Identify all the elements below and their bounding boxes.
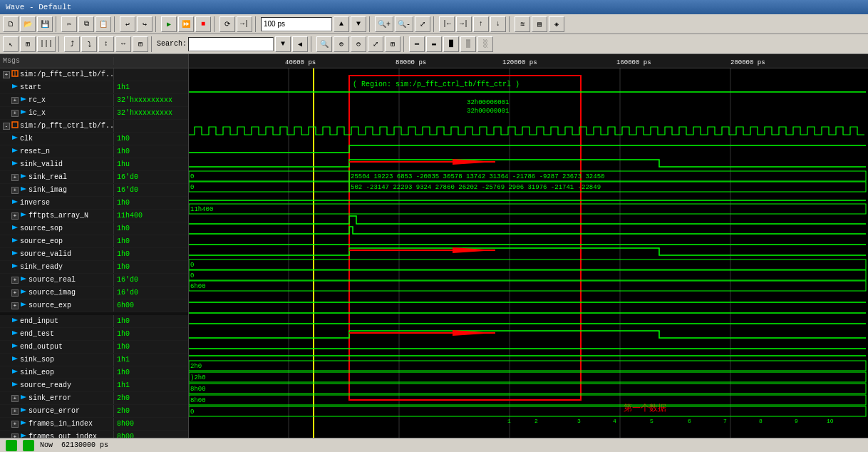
zoom-out-tb[interactable]: 🔍- (395, 16, 413, 32)
wave-btn3[interactable]: ◈ (549, 16, 564, 32)
signal-row[interactable]: source_valid1h0 (0, 248, 188, 261)
signal-row[interactable]: sink_eop1h0 (0, 366, 188, 379)
zoom-full[interactable]: ⊞ (385, 36, 401, 52)
search-prev[interactable]: ◀ (292, 36, 308, 52)
cut-button[interactable]: ✂ (61, 16, 77, 32)
wave-panel[interactable]: 40000 ps 80000 ps 120000 ps 160000 ps 20… (189, 54, 868, 438)
signal-row[interactable]: end_output1h0 (0, 341, 188, 354)
add-wave-btn1[interactable]: ⤴ (64, 36, 80, 52)
redo-button[interactable]: ↪ (137, 16, 153, 32)
expand-button[interactable]: + (11, 433, 19, 438)
signal-type-icon (11, 224, 19, 233)
wave-display3[interactable]: █ (443, 36, 459, 52)
time-input[interactable] (261, 17, 332, 31)
expand-button[interactable]: + (11, 174, 19, 181)
zoom-in3[interactable]: ⊕ (334, 36, 349, 52)
expand-button[interactable]: + (11, 408, 19, 415)
expand-button[interactable]: + (11, 277, 19, 284)
zoom-in-tb[interactable]: 🔍+ (375, 16, 393, 32)
cursor-button[interactable]: ↖ (3, 36, 19, 52)
svg-text:)2h0: )2h0 (190, 374, 206, 381)
expand-button[interactable]: - (3, 123, 10, 130)
signal-list[interactable]: +sim:/p_fft_ctrl_tb/f...start1h1+rc_x32'… (0, 68, 188, 438)
wave-btn1[interactable]: ≋ (515, 16, 530, 32)
zoom-region-button[interactable]: ⊞ (20, 36, 36, 52)
zoom-fit-tb[interactable]: ⤢ (415, 16, 430, 32)
signal-row[interactable]: +sim:/p_fft_ctrl_tb/f... (0, 68, 188, 81)
signal-row[interactable]: sink_ready1h0 (0, 261, 188, 274)
wave-btn2[interactable]: ▤ (532, 16, 547, 32)
signal-row[interactable]: source_ready1h1 (0, 379, 188, 392)
paste-button[interactable]: 📋 (95, 16, 111, 32)
search-label: Search: (157, 40, 187, 48)
expand-button[interactable]: + (11, 212, 19, 220)
signal-row[interactable]: inverse1h0 (0, 197, 188, 210)
search-input[interactable] (188, 37, 274, 51)
expand-button[interactable]: + (11, 97, 19, 104)
wave-display5[interactable]: ░ (477, 36, 493, 52)
expand-button[interactable]: + (11, 289, 19, 297)
expand-button[interactable]: + (11, 110, 19, 117)
step-button[interactable]: →| (237, 16, 252, 32)
signal-name-text: clk (20, 135, 33, 143)
svg-text:6h00: 6h00 (190, 283, 206, 290)
signal-row[interactable]: source_sop1h0 (0, 222, 188, 235)
run-all-button[interactable]: ⏩ (178, 16, 194, 32)
zoom-in2[interactable]: 🔍 (316, 36, 332, 52)
marker2[interactable]: →| (456, 16, 472, 32)
signal-row[interactable]: source_eop1h0 (0, 235, 188, 248)
new-button[interactable]: 🗋 (3, 16, 19, 32)
expand-button[interactable]: + (11, 421, 19, 428)
add-wave-btn4[interactable]: ↔ (115, 36, 131, 52)
marker4[interactable]: ↓ (490, 16, 506, 32)
stop-button[interactable]: ■ (195, 16, 211, 32)
divider-button[interactable]: ||| (37, 36, 56, 52)
marker1[interactable]: |← (439, 16, 455, 32)
expand-button[interactable]: + (3, 71, 10, 78)
signal-row[interactable]: end_input1h0 (0, 315, 188, 328)
signal-row[interactable]: +sink_error2h0 (0, 392, 188, 405)
zoom-fit2[interactable]: ⤢ (368, 36, 383, 52)
marker3[interactable]: ↑ (473, 16, 489, 32)
expand-button[interactable]: + (11, 302, 19, 309)
signal-row[interactable]: +frames_out_index8h00 (0, 431, 188, 438)
signal-row[interactable]: reset_n1h0 (0, 145, 188, 158)
signal-row[interactable]: +source_imag16'd0 (0, 287, 188, 299)
signal-type-icon (11, 317, 19, 326)
snap-btn[interactable]: ⊞ (133, 36, 148, 52)
signal-row[interactable]: clk1h0 (0, 133, 188, 145)
expand-button[interactable]: + (11, 395, 19, 402)
zoom-out2[interactable]: ⊖ (351, 36, 366, 52)
add-wave-btn3[interactable]: ↕ (98, 36, 114, 52)
signal-row[interactable]: +source_exp6h00 (0, 299, 188, 312)
signal-row[interactable]: -sim:/p_fft_ctrl_tb/f... (0, 120, 188, 133)
signal-row[interactable]: +sink_real16'd0 (0, 171, 188, 184)
signal-row[interactable]: +sink_imag16'd0 (0, 184, 188, 197)
signal-row[interactable]: +ic_x32'hxxxxxxxxx (0, 107, 188, 120)
add-wave-btn2[interactable]: ⤵ (81, 36, 97, 52)
signal-row[interactable]: +rc_x32'hxxxxxxxxx (0, 94, 188, 107)
signal-row[interactable]: end_test1h0 (0, 328, 188, 341)
time-down[interactable]: ▼ (351, 16, 366, 32)
save-button[interactable]: 💾 (37, 16, 53, 32)
signal-row[interactable]: sink_valid1hu (0, 158, 188, 171)
signal-row[interactable]: +fftpts_array_N11h400 (0, 210, 188, 222)
open-button[interactable]: 📂 (20, 16, 36, 32)
expand-button[interactable]: + (11, 187, 19, 194)
signal-value: 1h0 (114, 369, 188, 376)
undo-button[interactable]: ↩ (120, 16, 135, 32)
search-go[interactable]: ▼ (275, 36, 291, 52)
waveform-svg[interactable]: ( Region: sim:/p_fft_ctrl_tb/fft_ctrl ) … (189, 68, 868, 438)
signal-row[interactable]: sink_sop1h1 (0, 354, 188, 366)
signal-row[interactable]: +frames_in_index8h00 (0, 418, 188, 431)
restart-button[interactable]: ⟳ (219, 16, 235, 32)
wave-display4[interactable]: ▒ (460, 36, 476, 52)
signal-row[interactable]: +source_real16'd0 (0, 274, 188, 287)
copy-button[interactable]: ⧉ (78, 16, 94, 32)
run-button[interactable]: ▶ (161, 16, 177, 32)
time-up[interactable]: ▲ (334, 16, 349, 32)
wave-display2[interactable]: ▬ (426, 36, 442, 52)
signal-row[interactable]: start1h1 (0, 81, 188, 94)
signal-row[interactable]: +source_error2h0 (0, 405, 188, 418)
wave-display1[interactable]: ━ (409, 36, 425, 52)
